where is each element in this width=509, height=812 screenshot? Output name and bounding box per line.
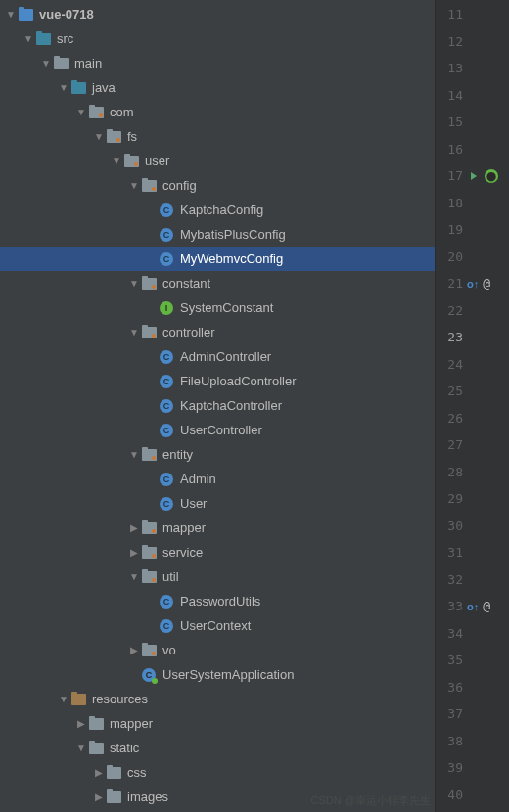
gutter-line[interactable]: 16: [436, 137, 509, 161]
collapse-arrow-icon[interactable]: ▶: [127, 547, 141, 558]
tree-node[interactable]: ▶CPasswordUtils: [0, 589, 435, 613]
gutter-line[interactable]: 24: [436, 352, 509, 377]
tree-node[interactable]: ▶CUserController: [0, 418, 435, 442]
override-gutter-icon[interactable]: o↑: [467, 278, 479, 290]
tree-node[interactable]: ▼config: [0, 173, 435, 198]
tree-node[interactable]: ▶CKaptchaConfig: [0, 198, 435, 222]
expand-arrow-icon[interactable]: ▼: [74, 107, 88, 117]
expand-arrow-icon[interactable]: ▼: [127, 327, 141, 338]
expand-arrow-icon[interactable]: ▼: [127, 180, 141, 191]
expand-arrow-icon[interactable]: ▼: [57, 82, 70, 93]
gutter-line[interactable]: 17⬤: [436, 163, 509, 188]
tree-node[interactable]: ▼fs: [0, 124, 435, 149]
tree-node[interactable]: ▶mapper: [0, 711, 435, 736]
annotation-gutter-icon[interactable]: @: [483, 276, 490, 291]
expand-arrow-icon[interactable]: ▼: [74, 743, 88, 753]
gutter-line[interactable]: 18: [436, 191, 509, 215]
class-icon: C: [159, 349, 174, 365]
collapse-arrow-icon[interactable]: ▶: [74, 718, 88, 729]
tree-node[interactable]: ▼java: [0, 75, 435, 100]
gutter-line[interactable]: 29: [436, 486, 509, 511]
gutter-line[interactable]: 34: [436, 621, 509, 646]
tree-node[interactable]: ▼entity: [0, 442, 435, 467]
gutter-line[interactable]: 12: [436, 29, 509, 54]
expand-arrow-icon[interactable]: ▼: [22, 33, 35, 44]
gutter-line[interactable]: 31: [436, 540, 509, 564]
gutter-line[interactable]: 22: [436, 298, 509, 323]
expand-arrow-icon[interactable]: ▼: [127, 571, 141, 582]
gutter-line[interactable]: 25: [436, 379, 509, 403]
tree-node[interactable]: ▶ISystemConstant: [0, 295, 435, 320]
tree-node[interactable]: ▶CUserSystemApplication: [0, 662, 435, 687]
gutter-line[interactable]: 14: [436, 83, 509, 108]
tree-node-label: java: [92, 80, 116, 95]
spring-bean-icon[interactable]: ⬤: [485, 169, 498, 183]
tree-node-label: FileUploadController: [180, 374, 297, 388]
gutter-line[interactable]: 35: [436, 648, 509, 672]
gutter-line[interactable]: 13: [436, 56, 509, 80]
tree-node[interactable]: ▶CMybatisPlusConfig: [0, 222, 435, 247]
tree-node[interactable]: ▶CAdminController: [0, 344, 435, 369]
annotation-gutter-icon[interactable]: @: [483, 599, 490, 613]
tree-node[interactable]: ▼src: [0, 26, 435, 51]
gutter-line[interactable]: 37: [436, 701, 509, 726]
collapse-arrow-icon[interactable]: ▶: [127, 522, 141, 533]
tree-node[interactable]: ▼controller: [0, 320, 435, 344]
gutter-line[interactable]: 36: [436, 675, 509, 699]
tree-node[interactable]: ▼com: [0, 100, 435, 124]
expand-arrow-icon[interactable]: ▼: [110, 156, 123, 166]
collapse-arrow-icon[interactable]: ▶: [92, 791, 106, 802]
tree-node[interactable]: ▼vue-0718: [0, 2, 435, 26]
tree-node[interactable]: ▼main: [0, 51, 435, 75]
tree-node-label: fs: [127, 129, 137, 144]
tree-node[interactable]: ▼util: [0, 564, 435, 589]
tree-node[interactable]: ▶CKaptchaController: [0, 393, 435, 418]
tree-node-label: UserController: [180, 423, 262, 437]
tree-node[interactable]: ▶service: [0, 540, 435, 564]
tree-node[interactable]: ▶CMyWebmvcConfig: [0, 247, 435, 271]
gutter-line[interactable]: 26: [436, 406, 509, 430]
tree-node[interactable]: ▶CAdmin: [0, 467, 435, 491]
tree-node[interactable]: ▼user: [0, 149, 435, 173]
project-tree[interactable]: ▼vue-0718▼src▼main▼java▼com▼fs▼user▼conf…: [0, 0, 435, 812]
tree-node[interactable]: ▶CUser: [0, 491, 435, 516]
gutter-line[interactable]: 20: [436, 245, 509, 269]
expand-arrow-icon[interactable]: ▼: [127, 278, 141, 289]
tree-node[interactable]: ▼resources: [0, 687, 435, 711]
tree-node-label: util: [162, 569, 179, 584]
line-number: 14: [441, 88, 463, 103]
gutter-line[interactable]: 28: [436, 460, 509, 484]
collapse-arrow-icon[interactable]: ▶: [92, 767, 106, 778]
tree-node[interactable]: ▼static: [0, 736, 435, 760]
gutter-line[interactable]: 32: [436, 567, 509, 592]
gutter-line[interactable]: 11: [436, 2, 509, 26]
gutter-line[interactable]: 30: [436, 514, 509, 538]
tree-node[interactable]: ▶mapper: [0, 516, 435, 540]
gutter-line[interactable]: 15: [436, 110, 509, 134]
collapse-arrow-icon[interactable]: ▶: [127, 645, 141, 655]
tree-node[interactable]: ▶CFileUploadController: [0, 369, 435, 393]
gutter-line[interactable]: 38: [436, 729, 509, 753]
tree-node[interactable]: ▶css: [0, 760, 435, 785]
folder-icon: [106, 789, 121, 805]
gutter-line[interactable]: 40: [436, 783, 509, 807]
expand-arrow-icon[interactable]: ▼: [39, 58, 53, 68]
class-icon: C: [159, 472, 174, 487]
expand-arrow-icon[interactable]: ▼: [57, 694, 70, 704]
tree-node[interactable]: ▶vo: [0, 638, 435, 662]
tree-node[interactable]: ▶CUserContext: [0, 613, 435, 638]
gutter-line[interactable]: 33o↑@: [436, 594, 509, 618]
expand-arrow-icon[interactable]: ▼: [92, 131, 106, 142]
expand-arrow-icon[interactable]: ▼: [127, 449, 141, 460]
override-gutter-icon[interactable]: o↑: [467, 601, 479, 612]
gutter-line[interactable]: 23: [436, 325, 509, 349]
run-gutter-icon[interactable]: [467, 169, 481, 183]
gutter-line[interactable]: 39: [436, 755, 509, 780]
gutter-line[interactable]: 19: [436, 217, 509, 242]
source-folder-icon: [70, 80, 86, 96]
expand-arrow-icon[interactable]: ▼: [4, 9, 18, 20]
gutter-line[interactable]: 21o↑@: [436, 271, 509, 295]
tree-node-label: KaptchaController: [180, 398, 282, 413]
gutter-line[interactable]: 27: [436, 432, 509, 457]
tree-node[interactable]: ▼constant: [0, 271, 435, 295]
